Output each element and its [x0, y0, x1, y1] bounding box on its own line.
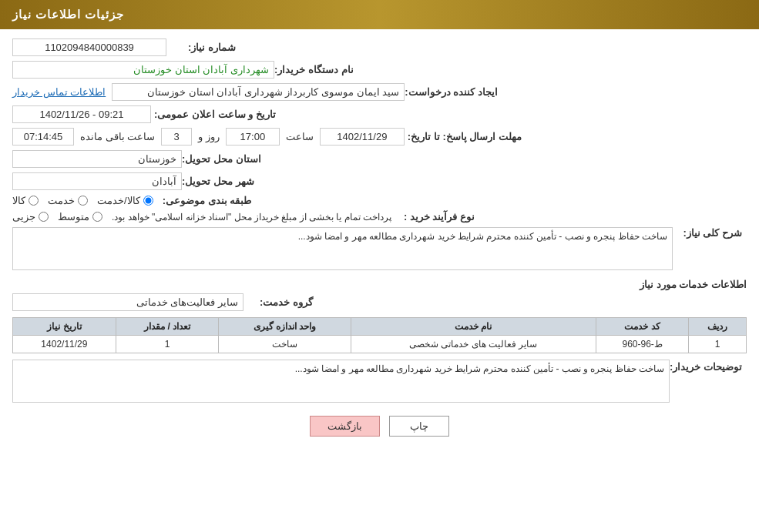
purchase-type-label: نوع فرآیند خرید : — [404, 211, 475, 223]
need-number-row: شماره نیاز: 1102094840000839 — [12, 38, 747, 56]
service-group-label: گروه خدمت: — [243, 296, 313, 308]
need-desc-row: شرح کلی نیاز: — [12, 227, 747, 273]
category-label1: کالا — [12, 195, 25, 206]
print-button[interactable]: چاپ — [389, 416, 449, 437]
category-option3[interactable]: کالا/خدمت — [97, 195, 153, 206]
main-content: شماره نیاز: 1102094840000839 نام دستگاه … — [0, 29, 759, 452]
purchase-radio1[interactable] — [39, 212, 49, 222]
cell-code: ط-96-960 — [596, 336, 688, 353]
page-wrapper: جزئیات اطلاعات نیاز شماره نیاز: 11020948… — [0, 0, 759, 532]
service-group-row: گروه خدمت: سایر فعالیت‌های خدماتی — [12, 293, 747, 311]
city-value: آبادان — [12, 172, 182, 190]
category-label: طبقه بندی موضوعی: — [163, 195, 252, 206]
cell-date: 1402/11/29 — [13, 336, 116, 353]
buyer-org-row: نام دستگاه خریدار: شهرداری آبادان استان … — [12, 61, 747, 79]
creator-row: ایجاد کننده درخواست: سید ایمان موسوی کار… — [12, 83, 747, 101]
category-label2: خدمت — [48, 195, 75, 206]
reply-deadline-row: مهلت ارسال پاسخ: تا تاریخ: 1402/11/29 سا… — [12, 128, 747, 146]
buyer-desc-row: توضیحات خریدار: — [12, 360, 747, 405]
reply-time-label: ساعت — [286, 131, 314, 142]
category-radio3[interactable] — [143, 196, 153, 206]
announce-date-row: تاریخ و ساعت اعلان عمومی: 1402/11/26 - 0… — [12, 105, 747, 123]
need-desc-textarea[interactable] — [12, 227, 673, 270]
announce-date-label: تاریخ و ساعت اعلان عمومی: — [154, 109, 276, 120]
creator-label: ایجاد کننده درخواست: — [405, 86, 498, 98]
cell-row: 1 — [689, 336, 747, 353]
province-label: استان محل تحویل: — [182, 153, 261, 165]
purchase-note: پرداخت تمام یا بخشی از مبلغ خریداز محل "… — [112, 212, 391, 223]
category-label3: کالا/خدمت — [97, 195, 140, 206]
col-row: ردیف — [689, 318, 747, 336]
purchase-label2: متوسط — [58, 211, 89, 223]
header-title: جزئیات اطلاعات نیاز — [12, 8, 124, 21]
table-row: 1ط-96-960سایر فعالیت هاى خدماتى شخصىساخت… — [13, 336, 747, 353]
page-header: جزئیات اطلاعات نیاز — [0, 0, 759, 29]
need-desc-label: شرح کلی نیاز: — [673, 227, 742, 239]
category-option1[interactable]: کالا — [12, 195, 39, 206]
services-table-section: ردیف کد خدمت نام خدمت واحد اندازه گیری ت… — [12, 317, 747, 353]
category-option2[interactable]: خدمت — [48, 195, 88, 206]
services-table: ردیف کد خدمت نام خدمت واحد اندازه گیری ت… — [12, 317, 747, 353]
reply-days-label: روز و — [198, 131, 220, 142]
reply-remaining-label: ساعت باقی مانده — [80, 131, 155, 142]
province-value: خوزستان — [12, 150, 182, 168]
cell-unit: ساخت — [219, 336, 351, 353]
reply-deadline-label: مهلت ارسال پاسخ: تا تاریخ: — [408, 131, 522, 142]
reply-remaining: 07:14:45 — [12, 128, 74, 146]
cell-qty: 1 — [116, 336, 219, 353]
category-radio2[interactable] — [78, 196, 88, 206]
buyer-org-label: نام دستگاه خریدار: — [274, 64, 354, 75]
col-name: نام خدمت — [351, 318, 596, 336]
buyer-org-value: شهرداری آبادان استان خوزستان — [12, 61, 274, 79]
reply-date: 1402/11/29 — [320, 128, 405, 146]
buyer-desc-textarea[interactable] — [12, 360, 670, 403]
province-row: استان محل تحویل: خوزستان — [12, 150, 747, 168]
button-row: چاپ بازگشت — [12, 416, 747, 437]
creator-value: سید ایمان موسوی کاربرداز شهرداری آبادان … — [112, 83, 405, 101]
reply-days: 3 — [161, 128, 192, 146]
back-button[interactable]: بازگشت — [310, 416, 380, 437]
purchase-label1: جزیی — [12, 211, 35, 223]
col-code: کد خدمت — [596, 318, 688, 336]
need-number-label: شماره نیاز: — [166, 42, 236, 53]
category-row: طبقه بندی موضوعی: کالا/خدمت خدمت کالا — [12, 195, 747, 206]
buyer-desc-label: توضیحات خریدار: — [670, 360, 742, 373]
announce-date-value: 1402/11/26 - 09:21 — [12, 105, 151, 123]
category-radio1[interactable] — [29, 196, 39, 206]
col-unit: واحد اندازه گیری — [219, 318, 351, 336]
purchase-option1[interactable]: جزیی — [12, 211, 49, 223]
reply-time: 17:00 — [226, 128, 280, 146]
col-qty: تعداد / مقدار — [116, 318, 219, 336]
need-number-value: 1102094840000839 — [12, 38, 166, 56]
services-section-title: اطلاعات خدمات مورد نیاز — [12, 279, 747, 290]
purchase-type-row: نوع فرآیند خرید : پرداخت تمام یا بخشی از… — [12, 211, 747, 223]
city-label: شهر محل تحویل: — [182, 176, 254, 187]
city-row: شهر محل تحویل: آبادان — [12, 172, 747, 190]
service-group-value: سایر فعالیت‌های خدماتی — [12, 293, 243, 311]
creator-link[interactable]: اطلاعات تماس خریدار — [12, 86, 106, 98]
purchase-option2[interactable]: متوسط — [58, 211, 102, 223]
purchase-radio2[interactable] — [92, 212, 102, 222]
col-date: تاریخ نیاز — [13, 318, 116, 336]
cell-name: سایر فعالیت هاى خدماتى شخصى — [351, 336, 596, 353]
